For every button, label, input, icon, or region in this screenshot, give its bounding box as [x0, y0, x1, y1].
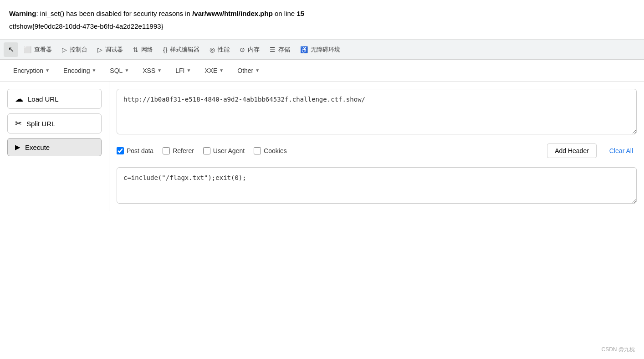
referer-checkbox-label[interactable]: Referer — [163, 147, 194, 154]
warning-bold: Warning — [9, 10, 36, 17]
style-editor-label: 样式编辑器 — [170, 46, 199, 54]
devtools-tab-console[interactable]: ▷ 控制台 — [57, 43, 92, 56]
devtools-toolbar: ↖ ⬜ 查看器 ▷ 控制台 ▷ 调试器 ⇅ 网络 {} 样式编辑器 ◎ 性能 ⊙… — [0, 40, 644, 60]
other-chevron: ▼ — [255, 68, 260, 73]
performance-label: 性能 — [218, 46, 230, 54]
cookies-checkbox-label[interactable]: Cookies — [254, 147, 287, 154]
sql-chevron: ▼ — [124, 68, 129, 73]
post-data-label: Post data — [127, 147, 153, 154]
cursor-icon: ↖ — [8, 45, 14, 54]
sql-label: SQL — [110, 67, 123, 74]
menu-xss[interactable]: XSS ▼ — [137, 64, 168, 77]
style-editor-icon: {} — [163, 46, 167, 53]
xxe-chevron: ▼ — [219, 68, 224, 73]
warning-linenum: 15 — [296, 10, 304, 17]
devtools-tab-memory[interactable]: ⊙ 内存 — [235, 43, 264, 56]
lfi-chevron: ▼ — [186, 68, 191, 73]
devtools-tab-debugger[interactable]: ▷ 调试器 — [93, 43, 128, 56]
menu-lfi[interactable]: LFI ▼ — [169, 64, 197, 77]
warning-text: : ini_set() has been disabled for securi… — [36, 10, 192, 17]
xss-chevron: ▼ — [157, 68, 162, 73]
warning-on-line: on line — [273, 10, 297, 17]
menu-other[interactable]: Other ▼ — [231, 64, 266, 77]
xxe-label: XXE — [204, 67, 217, 74]
cookies-checkbox[interactable] — [254, 147, 261, 154]
user-agent-checkbox-label[interactable]: User Agent — [203, 147, 245, 154]
menu-encoding[interactable]: Encoding ▼ — [57, 64, 102, 77]
url-input[interactable] — [117, 89, 637, 134]
devtools-tab-performance[interactable]: ◎ 性能 — [205, 43, 234, 56]
encoding-chevron: ▼ — [92, 68, 96, 73]
split-url-label: Split URL — [26, 120, 55, 128]
add-header-label: Add Header — [555, 147, 589, 154]
network-icon: ⇅ — [133, 46, 138, 53]
network-label: 网络 — [141, 46, 153, 54]
execute-icon: ▶ — [15, 143, 20, 151]
encryption-chevron: ▼ — [45, 68, 50, 73]
other-label: Other — [237, 67, 253, 74]
storage-icon: ☰ — [270, 46, 276, 53]
encryption-label: Encryption — [13, 67, 43, 74]
devtools-tab-accessibility[interactable]: ♿ 无障碍环境 — [296, 43, 345, 56]
cursor-tool[interactable]: ↖ — [4, 42, 18, 57]
load-url-button[interactable]: ☁ Load URL — [7, 89, 102, 109]
menu-encryption[interactable]: Encryption ▼ — [7, 64, 56, 77]
accessibility-label: 无障碍环境 — [311, 46, 340, 54]
flag-output: ctfshow{9fe0dc28-10dd-473e-b6fd-4a2d22e1… — [9, 21, 635, 32]
load-url-label: Load URL — [28, 95, 59, 103]
inspector-icon: ⬜ — [24, 46, 31, 53]
console-label: 控制台 — [70, 46, 87, 54]
accessibility-icon: ♿ — [300, 46, 308, 53]
post-data-input[interactable] — [117, 167, 637, 204]
watermark-text: CSDN @九枕 — [601, 346, 635, 353]
user-agent-label: User Agent — [213, 147, 245, 154]
checkbox-row: Post data Referer User Agent Cookies Add… — [117, 140, 637, 162]
menu-xxe[interactable]: XXE ▼ — [199, 64, 230, 77]
warning-area: Warning: ini_set() has been disabled for… — [0, 0, 644, 40]
menu-bar: Encryption ▼ Encoding ▼ SQL ▼ XSS ▼ LFI … — [0, 60, 644, 82]
console-icon: ▷ — [62, 46, 67, 53]
referer-checkbox[interactable] — [163, 147, 170, 154]
xss-label: XSS — [143, 67, 155, 74]
user-agent-checkbox[interactable] — [203, 147, 210, 154]
left-panel: ☁ Load URL ✂ Split URL ▶ Execute — [0, 82, 109, 211]
main-content: ☁ Load URL ✂ Split URL ▶ Execute Post da… — [0, 82, 644, 211]
inspector-label: 查看器 — [34, 46, 52, 54]
lfi-label: LFI — [175, 67, 184, 74]
add-header-button[interactable]: Add Header — [547, 144, 597, 158]
debugger-label: 调试器 — [105, 46, 123, 54]
post-data-checkbox[interactable] — [117, 147, 124, 154]
execute-button[interactable]: ▶ Execute — [7, 138, 102, 156]
devtools-tab-storage[interactable]: ☰ 存储 — [265, 43, 295, 56]
devtools-tab-network[interactable]: ⇅ 网络 — [128, 43, 158, 56]
encoding-label: Encoding — [63, 67, 90, 74]
devtools-tab-style-editor[interactable]: {} 样式编辑器 — [158, 43, 204, 56]
devtools-tab-inspector[interactable]: ⬜ 查看器 — [19, 43, 56, 56]
execute-label: Execute — [25, 144, 50, 151]
watermark: CSDN @九枕 — [601, 346, 635, 354]
load-url-icon: ☁ — [15, 94, 23, 104]
post-data-checkbox-label[interactable]: Post data — [117, 147, 153, 154]
debugger-icon: ▷ — [97, 46, 102, 53]
memory-label: 内存 — [248, 46, 260, 54]
memory-icon: ⊙ — [240, 46, 245, 53]
storage-label: 存储 — [278, 46, 290, 54]
split-url-button[interactable]: ✂ Split URL — [7, 113, 102, 133]
right-panel: Post data Referer User Agent Cookies Add… — [109, 82, 644, 211]
split-url-icon: ✂ — [15, 118, 22, 128]
referer-label: Referer — [173, 147, 194, 154]
clear-all-button[interactable]: Clear All — [606, 145, 637, 156]
menu-sql[interactable]: SQL ▼ — [104, 64, 135, 77]
clear-all-label: Clear All — [609, 147, 633, 154]
warning-path: /var/www/html/index.php — [192, 10, 273, 17]
cookies-label: Cookies — [264, 147, 287, 154]
performance-icon: ◎ — [210, 46, 215, 53]
